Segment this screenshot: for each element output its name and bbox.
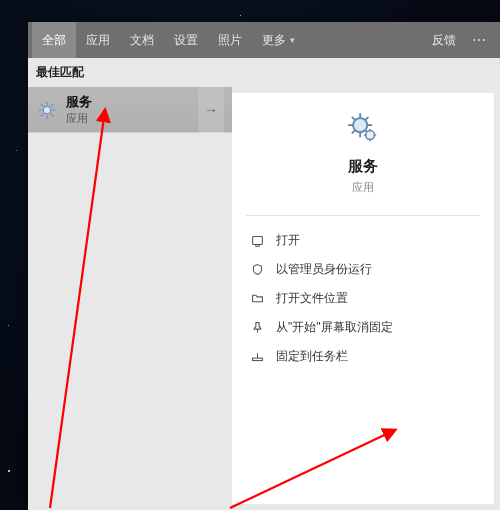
- action-open[interactable]: 打开: [246, 226, 480, 255]
- unpin-icon: [248, 321, 266, 334]
- tab-documents[interactable]: 文档: [120, 22, 164, 58]
- action-label: 从"开始"屏幕取消固定: [276, 319, 393, 336]
- svg-rect-3: [252, 236, 262, 244]
- result-title: 服务: [66, 93, 92, 111]
- divider: [246, 215, 480, 216]
- svg-point-2: [366, 131, 375, 140]
- details-pane: 服务 应用 打开 以管理员身份运行 打开文件位置 从"开始"屏幕取消固定: [232, 93, 494, 504]
- open-icon: [248, 234, 266, 247]
- tab-label: 更多: [262, 32, 286, 49]
- tab-label: 照片: [218, 32, 242, 49]
- details-subtitle: 应用: [352, 180, 374, 195]
- tab-photos[interactable]: 照片: [208, 22, 252, 58]
- action-run-as-admin[interactable]: 以管理员身份运行: [246, 255, 480, 284]
- results-list: 服务 应用 →: [28, 87, 232, 510]
- result-item-services[interactable]: 服务 应用 →: [28, 87, 232, 133]
- section-best-match: 最佳匹配: [28, 58, 500, 87]
- tab-all[interactable]: 全部: [32, 22, 76, 58]
- folder-icon: [248, 292, 266, 305]
- svg-rect-4: [252, 358, 262, 360]
- pin-icon: [248, 350, 266, 363]
- tab-more[interactable]: 更多▾: [252, 22, 305, 58]
- arrow-right-icon[interactable]: →: [198, 87, 224, 133]
- action-unpin-from-start[interactable]: 从"开始"屏幕取消固定: [246, 313, 480, 342]
- feedback-link[interactable]: 反馈: [424, 32, 464, 49]
- tab-label: 文档: [130, 32, 154, 49]
- action-label: 打开文件位置: [276, 290, 348, 307]
- tab-label: 应用: [86, 32, 110, 49]
- gear-icon: [346, 111, 380, 145]
- search-panel: 全部 应用 文档 设置 照片 更多▾ 反馈 ⋯ 最佳匹配 服务 应用 →: [28, 22, 500, 510]
- gear-icon: [36, 99, 58, 121]
- chevron-down-icon: ▾: [290, 35, 295, 45]
- tab-apps[interactable]: 应用: [76, 22, 120, 58]
- search-tabs: 全部 应用 文档 设置 照片 更多▾ 反馈 ⋯: [28, 22, 500, 58]
- action-open-file-location[interactable]: 打开文件位置: [246, 284, 480, 313]
- shield-icon: [248, 263, 266, 276]
- svg-point-0: [43, 106, 50, 113]
- details-title: 服务: [348, 157, 378, 176]
- action-label: 打开: [276, 232, 300, 249]
- action-pin-to-taskbar[interactable]: 固定到任务栏: [246, 342, 480, 371]
- action-label: 以管理员身份运行: [276, 261, 372, 278]
- overflow-menu-icon[interactable]: ⋯: [464, 32, 496, 48]
- action-label: 固定到任务栏: [276, 348, 348, 365]
- tab-label: 全部: [42, 32, 66, 49]
- result-subtitle: 应用: [66, 111, 92, 126]
- tab-label: 设置: [174, 32, 198, 49]
- feedback-label: 反馈: [432, 33, 456, 47]
- tab-settings[interactable]: 设置: [164, 22, 208, 58]
